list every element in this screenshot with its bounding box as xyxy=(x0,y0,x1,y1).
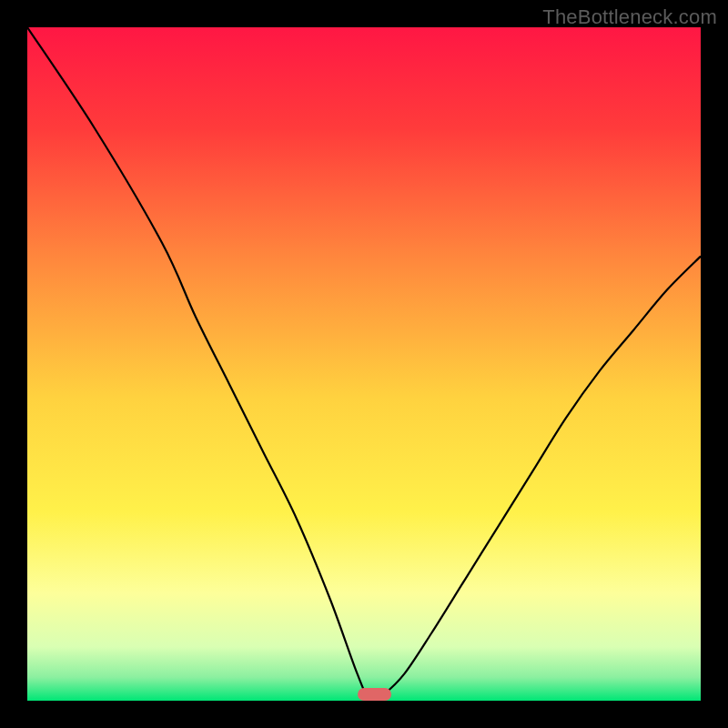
watermark-text: TheBottleneck.com xyxy=(542,5,717,29)
plot-area xyxy=(27,27,701,701)
curve-layer xyxy=(27,27,701,701)
optimal-marker xyxy=(358,688,391,701)
bottleneck-curve xyxy=(27,27,701,701)
chart-frame: TheBottleneck.com xyxy=(0,0,728,728)
